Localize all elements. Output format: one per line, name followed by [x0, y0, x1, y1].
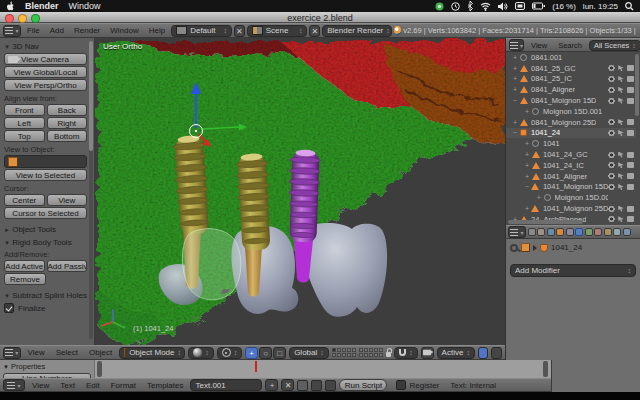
scene-tab-icon[interactable]: [537, 228, 545, 236]
screen-layout-selector[interactable]: Default↕: [171, 25, 232, 37]
outliner-view-menu[interactable]: View: [527, 41, 551, 50]
mode-selector[interactable]: Object Mode↕: [119, 347, 185, 359]
new-text-button[interactable]: +: [265, 379, 278, 391]
translate-manipulator-button[interactable]: +: [245, 347, 258, 359]
outliner-item-label[interactable]: 1041_24_IC: [543, 161, 584, 170]
unlink-layout-button[interactable]: ✕: [234, 25, 245, 37]
remove-button[interactable]: Remove: [4, 273, 46, 285]
text-format-menu[interactable]: Format: [107, 381, 140, 390]
view-to-object-field[interactable]: [4, 155, 87, 168]
pointer-icon[interactable]: [618, 76, 625, 82]
unlink-text-button[interactable]: ✕: [281, 379, 294, 391]
view-top-button[interactable]: Top: [4, 130, 45, 142]
finalize-checkbox[interactable]: Finalize: [4, 303, 87, 313]
pointer-icon[interactable]: [618, 119, 625, 125]
particles-tab-icon[interactable]: [613, 228, 621, 236]
camera-icon[interactable]: [627, 65, 634, 71]
layer-cell[interactable]: [364, 348, 368, 352]
pointer-icon[interactable]: [618, 206, 625, 212]
add-menu[interactable]: Add: [46, 26, 68, 35]
bluetooth-icon[interactable]: [467, 1, 473, 11]
expand-toggle[interactable]: −: [511, 97, 519, 104]
constraints-tab-icon[interactable]: [566, 228, 574, 236]
outliner-row[interactable]: − 1041_24: [506, 128, 636, 139]
expand-toggle[interactable]: −: [511, 129, 519, 136]
texteditor-props-scrollbar[interactable]: [97, 361, 102, 377]
snap-selector[interactable]: ↕: [394, 347, 418, 359]
add-modifier-dropdown[interactable]: Add Modifier↕: [510, 259, 636, 272]
expand-toggle[interactable]: +: [511, 86, 519, 93]
view-back-button[interactable]: Back: [47, 104, 88, 116]
cursor-to-selected-button[interactable]: Cursor to Selected: [4, 207, 87, 219]
transform-orientation-selector[interactable]: Global↕: [289, 347, 329, 359]
object-tab-icon[interactable]: [556, 228, 564, 236]
camera-icon[interactable]: [627, 162, 634, 168]
panel-header-object-tools[interactable]: ► Object Tools: [4, 225, 87, 234]
view-global-local-button[interactable]: View Global/Local: [4, 66, 87, 78]
outliner-row[interactable]: + 0841_Moignon 25D: [506, 117, 636, 128]
layer-cell[interactable]: [379, 348, 383, 352]
modifiers-tab-icon[interactable]: [575, 228, 583, 236]
expand-toggle[interactable]: +: [511, 119, 519, 126]
layer-cell[interactable]: [369, 348, 373, 352]
outliner-item-label[interactable]: 0841_Moignon 25D: [531, 118, 596, 127]
camera-icon[interactable]: [627, 98, 634, 104]
view-menu[interactable]: View: [24, 348, 49, 357]
text-view-menu[interactable]: View: [28, 381, 53, 390]
outliner-item-label[interactable]: 1041_24: [531, 128, 560, 137]
rotate-manipulator-button[interactable]: ○: [259, 347, 272, 359]
expand-toggle[interactable]: +: [511, 54, 519, 61]
outliner-row[interactable]: + 1041: [506, 138, 636, 149]
view-camera-button[interactable]: View Camera: [4, 53, 87, 65]
editor-type-button-outliner[interactable]: ▾: [509, 39, 524, 51]
apple-icon[interactable]: [6, 1, 15, 11]
panel-header-3dnav[interactable]: ▼ 3D Nav: [4, 42, 87, 51]
eye-icon[interactable]: [608, 87, 615, 93]
cursor-view-button[interactable]: View: [47, 194, 88, 206]
pointer-icon[interactable]: [618, 130, 625, 136]
text-editor[interactable]: ▼ Properties Line Numbers ▾ View Text Ed…: [0, 360, 552, 392]
outliner-row[interactable]: − 0841_Moignon 15D: [506, 95, 636, 106]
eye-icon[interactable]: [608, 216, 615, 222]
eye-icon[interactable]: [608, 98, 615, 104]
pointer-icon[interactable]: [618, 184, 625, 190]
camera-icon[interactable]: [627, 119, 634, 125]
outliner-search-menu[interactable]: Search: [554, 41, 586, 50]
physics-tab-icon[interactable]: [623, 228, 631, 236]
outliner-row[interactable]: + 1041_Moignon 25D: [506, 203, 636, 214]
layer-cell[interactable]: [352, 348, 356, 352]
editor-type-button[interactable]: ▾: [3, 25, 21, 37]
eye-icon[interactable]: [608, 65, 615, 71]
add-active-button[interactable]: Add Active: [4, 260, 45, 272]
expand-toggle[interactable]: +: [523, 140, 531, 147]
unlink-scene-button[interactable]: ✕: [309, 25, 320, 37]
object-menu[interactable]: Object: [85, 348, 116, 357]
texture-tab-icon[interactable]: [604, 228, 612, 236]
window-menu[interactable]: Window: [69, 1, 101, 11]
lock-icon[interactable]: [386, 352, 391, 357]
eye-icon[interactable]: [608, 119, 615, 125]
layer-cell[interactable]: [352, 353, 356, 357]
window-titlebar[interactable]: exercice 2.blend: [0, 12, 640, 23]
eye-icon[interactable]: [608, 184, 615, 190]
outliner-item-label[interactable]: 1041_Moignon 15D: [543, 182, 608, 191]
add-passive-button[interactable]: Add Passive: [47, 260, 88, 272]
view-bottom-button[interactable]: Bottom: [47, 130, 88, 142]
camera-icon[interactable]: [627, 206, 634, 212]
pointer-icon[interactable]: [618, 162, 625, 168]
viewport-shading-selector[interactable]: ↕: [188, 347, 214, 359]
layer-cell[interactable]: [347, 353, 351, 357]
outliner-item-label[interactable]: 1041_Aligner: [543, 172, 587, 181]
spotlight-icon[interactable]: [625, 2, 634, 11]
outliner-row[interactable]: + 1041_Aligner: [506, 171, 636, 182]
layer-cell[interactable]: [379, 353, 383, 357]
battery-icon[interactable]: [532, 2, 545, 10]
wifi-icon[interactable]: [480, 2, 491, 11]
layer-cell[interactable]: [374, 348, 378, 352]
render-menu[interactable]: Render: [70, 26, 104, 35]
outliner-row[interactable]: + 1041_24_IC: [506, 160, 636, 171]
render-engine-selector[interactable]: Blender Render↕: [322, 25, 392, 37]
clock-icon[interactable]: [451, 2, 460, 11]
outliner-scope-selector[interactable]: All Scenes↕: [589, 40, 640, 51]
camera-icon[interactable]: [627, 130, 634, 136]
